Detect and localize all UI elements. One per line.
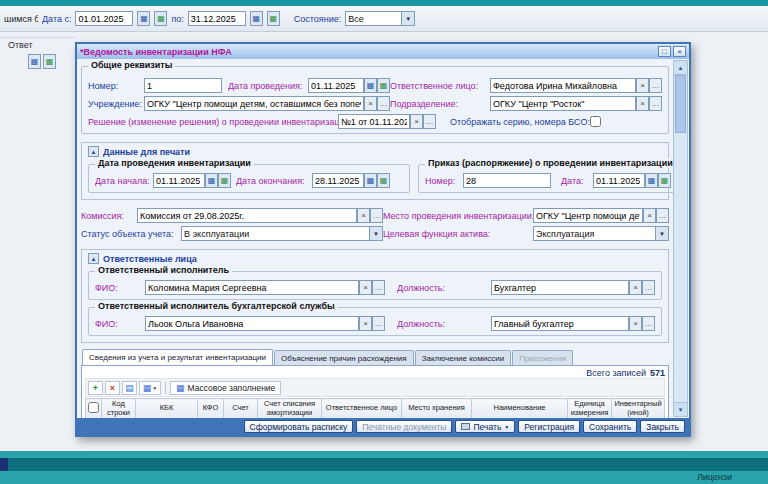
collapse-icon[interactable]: ▲ (88, 253, 99, 264)
calendar-icon[interactable]: ▦ (28, 54, 41, 69)
lookup-icon[interactable]: … (642, 316, 655, 331)
tab-attachments: Приложения (512, 350, 573, 365)
date-from-input[interactable] (75, 11, 133, 26)
clear-icon[interactable]: × (364, 96, 377, 111)
table-column-header[interactable]: Наименование (472, 399, 568, 419)
clear-icon[interactable]: × (410, 114, 423, 129)
print-data-header[interactable]: ▲ Данные для печати (88, 146, 662, 157)
executor-fio-input[interactable] (145, 280, 359, 295)
lookup-icon[interactable]: … (656, 208, 669, 223)
bso-checkbox[interactable] (590, 116, 601, 127)
lookup-icon[interactable]: … (372, 316, 385, 331)
make-receipt-button[interactable]: Сформировать расписку (244, 420, 354, 433)
tab-discrepancy[interactable]: Объяснение причин расхождения (274, 350, 414, 365)
executor-position-input[interactable] (491, 280, 629, 295)
print-documents-button: Печатные документы (356, 420, 452, 433)
table-column-header[interactable]: КФО (198, 399, 224, 419)
lookup-icon[interactable]: … (649, 78, 662, 93)
end-date-input[interactable] (312, 173, 364, 188)
table-column-header[interactable]: Счет списания амортизации (258, 399, 322, 419)
inventory-dates-group: Дата проведения инвентаризации Дата нача… (88, 164, 410, 193)
calendar-icon[interactable]: ▦ (205, 173, 218, 188)
print-button[interactable]: Печать ▼ (455, 420, 515, 433)
date-to-input[interactable] (188, 11, 246, 26)
table-column-header[interactable]: Счет (224, 399, 258, 419)
delete-row-icon[interactable]: × (105, 381, 120, 395)
add-row-icon[interactable]: + (88, 381, 103, 395)
clear-icon[interactable]: × (359, 280, 372, 295)
place-input[interactable] (533, 208, 643, 223)
calendar-today-icon[interactable]: ▦ (43, 54, 56, 69)
records-count-label: Всего записей (586, 368, 646, 378)
lookup-icon[interactable]: … (423, 114, 436, 129)
lookup-icon[interactable]: … (372, 280, 385, 295)
accountant-position-input[interactable] (491, 316, 629, 331)
responsible-legend: Ответственные лица (103, 254, 197, 264)
date-held-input[interactable] (308, 78, 364, 93)
target-function-select[interactable]: Эксплуатация ▼ (533, 226, 669, 241)
collapse-icon[interactable]: ▲ (88, 146, 99, 157)
scrollbar-thumb[interactable] (675, 75, 686, 133)
start-date-input[interactable] (153, 173, 205, 188)
institution-input[interactable] (144, 96, 364, 111)
calendar-today-icon[interactable]: ▦ (658, 173, 671, 188)
close-icon[interactable]: × (673, 46, 686, 57)
commission-input[interactable] (137, 208, 357, 223)
table-column-header[interactable]: Единица измерения (568, 399, 612, 419)
lookup-icon[interactable]: … (649, 96, 662, 111)
print-data-legend: Данные для печати (103, 147, 190, 157)
clear-icon[interactable]: × (357, 208, 370, 223)
calendar-icon[interactable]: ▦ (250, 11, 263, 26)
status-select[interactable]: В эксплуатации ▼ (181, 226, 383, 241)
calendar-today-icon[interactable]: ▦ (267, 11, 280, 26)
calendar-today-icon[interactable]: ▦ (154, 11, 167, 26)
lookup-icon[interactable]: … (642, 280, 655, 295)
clear-icon[interactable]: × (629, 316, 642, 331)
grid-menu-icon[interactable]: ▦ ▼ (139, 381, 161, 395)
tab-conclusion[interactable]: Заключение комиссии (415, 350, 511, 365)
order-number-input[interactable] (463, 173, 551, 188)
clear-icon[interactable]: × (636, 96, 649, 111)
calendar-today-icon[interactable]: ▦ (377, 78, 390, 93)
order-group: Приказ (распоряжение) о проведении инвен… (418, 164, 678, 193)
table-column-header[interactable]: КБК (136, 399, 198, 419)
table-column-header[interactable]: Код строки (102, 399, 136, 419)
desktop-bottom-area: Лицензи (0, 451, 768, 484)
save-button[interactable]: Сохранить (583, 420, 637, 433)
clear-icon[interactable]: × (643, 208, 656, 223)
calendar-icon[interactable]: ▦ (364, 173, 377, 188)
mass-fill-button[interactable]: ▦ Массовое заполнение (170, 381, 281, 395)
dialog-scrollbar[interactable]: ▲ ▼ (673, 60, 688, 417)
clear-icon[interactable]: × (359, 316, 372, 331)
table-column-header[interactable]: Ответственное лицо (322, 399, 402, 419)
order-date-input[interactable] (593, 173, 645, 188)
calendar-icon[interactable]: ▦ (137, 11, 150, 26)
lookup-icon[interactable]: … (370, 208, 383, 223)
clear-icon[interactable]: × (629, 280, 642, 295)
printer-icon (461, 423, 470, 430)
register-button[interactable]: Регистрация (518, 420, 580, 433)
calendar-icon[interactable]: ▦ (645, 173, 658, 188)
department-input[interactable] (490, 96, 636, 111)
select-all-checkbox[interactable] (88, 402, 99, 413)
state-select[interactable]: Все ▼ (345, 11, 415, 26)
responsible-header[interactable]: ▲ Ответственные лица (88, 253, 662, 264)
scroll-up-icon[interactable]: ▲ (674, 61, 687, 75)
calendar-today-icon[interactable]: ▦ (377, 173, 390, 188)
table-column-header[interactable]: Место хранения (402, 399, 472, 419)
calendar-today-icon[interactable]: ▦ (218, 173, 231, 188)
calendar-icon[interactable]: ▦ (364, 78, 377, 93)
tab-records[interactable]: Сведения из учета и результат инвентариз… (82, 349, 273, 365)
dialog-titlebar[interactable]: *Ведомость инвентаризации НФА □ × (77, 44, 689, 59)
restore-icon[interactable]: □ (658, 46, 671, 57)
responsible-person-input[interactable] (490, 78, 636, 93)
close-button[interactable]: Закрыть (640, 420, 685, 433)
number-input[interactable] (144, 78, 222, 93)
copy-row-icon[interactable]: ▤ (122, 381, 137, 395)
lookup-icon[interactable]: … (377, 96, 390, 111)
scroll-down-icon[interactable]: ▼ (674, 402, 687, 416)
table-column-header[interactable]: Инвентарный (иной) (612, 399, 665, 419)
accountant-fio-input[interactable] (145, 316, 359, 331)
clear-icon[interactable]: × (636, 78, 649, 93)
decision-input[interactable] (338, 114, 410, 129)
